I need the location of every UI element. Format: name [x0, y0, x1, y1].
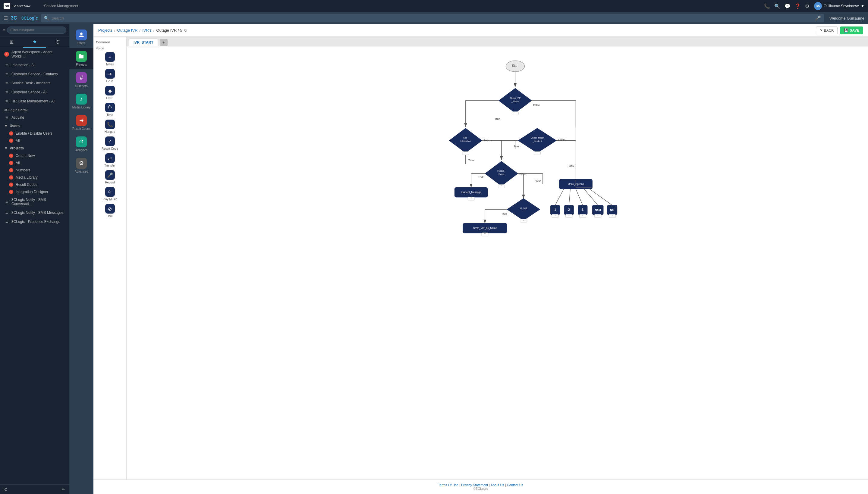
sidebar-item-cs-all[interactable]: ≡ Customer Service - All	[0, 88, 69, 97]
main-content: Projects / Outage IVR / IVR's / Outage I…	[93, 24, 868, 494]
sidebar-item-integration-designer[interactable]: ! Integration Designer	[0, 188, 69, 195]
palette-item-time[interactable]: ⏱ Time	[95, 101, 125, 118]
search-bar: ☰ 3C 3CLogic 🔍 🎤 Welcome Guillaume	[0, 12, 868, 24]
circle-icon[interactable]: ⊙	[4, 487, 7, 492]
svg-text:+: +	[582, 214, 584, 217]
numbers-icon-box: #	[76, 72, 87, 83]
result-codes-icon-box: ➜	[76, 115, 87, 126]
edge-menu-3	[576, 189, 583, 205]
settings-icon[interactable]: ⚙	[805, 3, 809, 9]
help-icon[interactable]: ❓	[795, 3, 801, 9]
breadcrumb-outage-ivr[interactable]: Outage IVR	[117, 28, 138, 33]
icon-nav: Users Projects # Numbers ♪ Media Library…	[69, 24, 93, 494]
icon-label: Advanced	[75, 170, 88, 173]
breadcrumb-ivrs[interactable]: IVR's	[142, 28, 152, 33]
welcome-text: Welcome Guillaume	[829, 16, 864, 20]
sidebar-group-projects[interactable]: ▼ Projects	[0, 144, 69, 152]
flow-diagram: Start Check_VIP _Status – True Fa	[133, 52, 862, 245]
start-label: Start	[512, 64, 518, 68]
contact-link[interactable]: Contact Us	[507, 483, 523, 487]
sidebar-item-numbers[interactable]: ! Numbers	[0, 167, 69, 174]
palette-section-common: Common	[95, 39, 125, 45]
svg-text:+: +	[568, 214, 570, 217]
sidebar-group-users[interactable]: ▼ Users	[0, 122, 69, 130]
icon-nav-projects[interactable]: Projects	[69, 48, 93, 69]
hamburger-icon[interactable]: ☰	[4, 15, 8, 21]
palette-item-play-music[interactable]: ☺ Play Music	[95, 186, 125, 203]
sidebar-tab-history[interactable]: ⏱	[46, 36, 69, 48]
transfer-icon: ⇄	[105, 153, 115, 163]
sidebar-item-users-all[interactable]: ! All	[0, 137, 69, 144]
chat-icon[interactable]: 💬	[784, 3, 791, 9]
nav-filter-input[interactable]	[7, 26, 66, 34]
sidebar-label: Agent Workspace - Agent Works...	[12, 50, 65, 58]
icon-nav-analytics[interactable]: ⏱ Analytics	[69, 133, 93, 155]
icon-nav-result-codes[interactable]: ➜ Result Codes	[69, 112, 93, 133]
breadcrumb-projects[interactable]: Projects	[98, 28, 112, 33]
sidebar-label: Enable / Disable Users	[16, 131, 52, 136]
user-info[interactable]: GS Guillaume Seynhaeve ▼	[814, 2, 864, 10]
sidebar-item-presence[interactable]: ≡ 3CLogic - Presence Exchange	[0, 217, 69, 226]
sidebar-item-interaction[interactable]: ≡ Interaction - All	[0, 60, 69, 70]
palette-item-record[interactable]: 🎤 Record	[95, 169, 125, 186]
sidebar-item-hr-case[interactable]: ≡ HR Case Management - All	[0, 97, 69, 106]
svg-text:+: +	[484, 232, 485, 235]
refresh-icon[interactable]: ↻	[184, 28, 187, 33]
dnc-icon: ⊘	[105, 204, 115, 213]
sidebar-item-projects-all[interactable]: ! All	[0, 159, 69, 167]
sidebar-item-create-new[interactable]: ! Create New	[0, 152, 69, 159]
menu-icon: ≡	[105, 52, 115, 62]
pencil-icon[interactable]: ✏	[62, 487, 65, 492]
icon-nav-users[interactable]: Users	[69, 26, 93, 48]
phone-icon[interactable]: 📞	[764, 3, 770, 9]
palette-item-dnis[interactable]: ◆ DNIS	[95, 84, 125, 101]
flow-canvas[interactable]: Start Check_VIP _Status – True Fa	[127, 46, 868, 479]
svg-text:1: 1	[554, 208, 556, 211]
sidebar-item-cs-contacts[interactable]: ≡ Customer Service - Contacts	[0, 70, 69, 79]
sidebar-item-service-desk[interactable]: ≡ Service Desk - Incidents	[0, 79, 69, 88]
breadcrumb-current: Outage IVR / 5	[156, 28, 182, 33]
sidebar-item-sms-convo[interactable]: ≡ 3CLogic Notify - SMS Conversati...	[0, 195, 69, 208]
top-icons: 📞 🔍 💬 ❓ ⚙	[764, 3, 809, 9]
goto-icon: ➜	[105, 69, 115, 79]
ivr-tab-add-button[interactable]: +	[160, 39, 168, 46]
palette-item-transfer[interactable]: ⇄ Transfer	[95, 152, 125, 169]
icon-label: Media Library	[72, 106, 91, 109]
ivr-tab-start[interactable]: IVR_START	[129, 39, 158, 46]
save-button[interactable]: 💾 SAVE	[840, 26, 863, 34]
icon-nav-advanced[interactable]: ⚙ Advanced	[69, 155, 93, 176]
sidebar-item-enable-users[interactable]: ! Enable / Disable Users	[0, 130, 69, 137]
about-link[interactable]: About Us	[491, 483, 504, 487]
sidebar-tab-home[interactable]: ⊞	[0, 36, 23, 48]
icon-nav-numbers[interactable]: # Numbers	[69, 69, 93, 91]
users-icon-box	[76, 30, 87, 40]
sidebar-item-media-library[interactable]: ! Media Library	[0, 174, 69, 181]
back-button[interactable]: ✕ BACK	[816, 26, 838, 34]
palette-item-result-code[interactable]: ✓ Result Code	[95, 135, 125, 152]
palette-item-label: Play Music	[103, 197, 117, 201]
palette-item-goto[interactable]: ➜ GoTo	[95, 68, 125, 84]
palette-item-menu[interactable]: ≡ Menu	[95, 51, 125, 68]
terms-link[interactable]: Terms Of Use	[438, 483, 458, 487]
copyright: ©3CLogic	[97, 487, 864, 490]
svg-text:sn: sn	[5, 4, 9, 8]
palette-subsection-voice: Voice	[95, 45, 125, 51]
icon-label: Users	[77, 42, 85, 45]
palette-item-label: GoTo	[106, 79, 114, 83]
svg-text:Inciden_: Inciden_	[497, 170, 506, 172]
sidebar-item-activate[interactable]: ≡ Activate	[0, 113, 69, 122]
sidebar-tab-star[interactable]: ★	[23, 36, 47, 48]
sidebar-item-agent-workspace[interactable]: ! Agent Workspace - Agent Works...	[0, 48, 69, 60]
palette-item-dnc[interactable]: ⊘ DNC	[95, 203, 125, 219]
sidebar-item-sms-msg[interactable]: ≡ 3CLogic Notify - SMS Messages	[0, 208, 69, 217]
ivr-tab-bar: IVR_START +	[127, 37, 868, 46]
svg-text:2: 2	[568, 208, 570, 211]
icon-nav-media[interactable]: ♪ Media Library	[69, 91, 93, 112]
search-icon[interactable]: 🔍	[774, 3, 780, 9]
palette-item-hangup[interactable]: 📞 Hangup	[95, 118, 125, 135]
mic-icon[interactable]: 🎤	[815, 15, 821, 21]
chevron-down-icon: ▼	[4, 146, 8, 150]
search-input[interactable]	[52, 16, 813, 20]
privacy-link[interactable]: Privacy Statement	[461, 483, 488, 487]
sidebar-item-result-codes[interactable]: ! Result Codes	[0, 181, 69, 188]
